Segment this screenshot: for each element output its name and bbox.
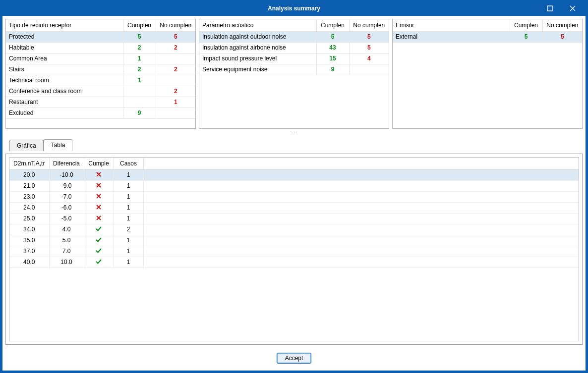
table-row[interactable]: Technical room1 xyxy=(6,75,195,86)
check-icon xyxy=(96,248,102,254)
detail-table[interactable]: D2m,nT,A,trDiferenciaCumpleCasos20.0-10.… xyxy=(9,158,579,268)
column-header[interactable]: No cumplen xyxy=(349,19,389,31)
table-row[interactable]: 37.07.01 xyxy=(9,246,579,257)
column-header[interactable]: D2m,nT,A,tr xyxy=(9,158,49,169)
column-header[interactable]: Cumplen xyxy=(510,19,542,31)
table-row[interactable]: Habitable22 xyxy=(6,42,195,53)
pass-count: 5 xyxy=(316,31,349,42)
window-controls xyxy=(541,1,585,16)
column-header[interactable]: No cumplen xyxy=(542,19,582,31)
column-header[interactable]: Diferencia xyxy=(49,158,84,169)
pass-count: 9 xyxy=(123,107,156,118)
row-name: Protected xyxy=(6,31,123,42)
table-row[interactable]: Protected55 xyxy=(6,31,195,42)
fail-count: 2 xyxy=(156,42,195,53)
table-row[interactable]: Common Area1 xyxy=(6,53,195,64)
param-table[interactable]: Parámetro acústicoCumplenNo cumplenInsul… xyxy=(199,19,389,75)
pass-count xyxy=(123,86,156,97)
table-row[interactable]: Insulation against outdoor noise55 xyxy=(199,31,389,42)
titlebar[interactable]: Analysis summary xyxy=(1,1,587,16)
table-row[interactable]: Restaurant1 xyxy=(6,97,195,107)
table-row[interactable]: Impact sound pressure level154 xyxy=(199,53,389,64)
tabs-row: Gráfica Tabla xyxy=(5,139,583,151)
cases-cell: 1 xyxy=(114,169,143,180)
param-panel: Parámetro acústicoCumplenNo cumplenInsul… xyxy=(199,19,389,129)
pass-count: 2 xyxy=(123,64,156,75)
cases-cell: 2 xyxy=(114,224,143,235)
window: Analysis summary Tipo de recinto recepto… xyxy=(1,1,587,372)
table-row[interactable]: External55 xyxy=(393,31,582,42)
comply-cell xyxy=(84,202,114,213)
table-row[interactable]: Insulation against airbone noise435 xyxy=(199,42,389,53)
cases-cell: 1 xyxy=(114,257,143,267)
diff-cell: 7.0 xyxy=(49,246,84,257)
receptor-table[interactable]: Tipo de recinto receptorCumplenNo cumple… xyxy=(6,19,195,119)
diff-cell: -5.0 xyxy=(49,213,84,224)
check-icon xyxy=(96,259,102,265)
filler-cell xyxy=(143,257,579,267)
column-header[interactable]: Emisor xyxy=(393,19,510,31)
filler-cell xyxy=(143,191,579,202)
pass-count: 1 xyxy=(123,75,156,86)
column-header-filler xyxy=(143,158,579,169)
close-button[interactable] xyxy=(564,2,581,15)
cross-icon xyxy=(96,182,102,188)
column-header[interactable]: Cumple xyxy=(84,158,114,169)
table-row[interactable]: Service equipment noise9 xyxy=(199,64,389,75)
splitter-handle[interactable]: ···· xyxy=(5,132,583,136)
table-row[interactable]: 34.04.02 xyxy=(9,224,579,235)
table-row[interactable]: 21.0-9.01 xyxy=(9,180,579,191)
comply-cell xyxy=(84,191,114,202)
tab-tabla[interactable]: Tabla xyxy=(44,139,73,151)
value-cell: 25.0 xyxy=(9,213,49,224)
table-row[interactable]: 35.05.01 xyxy=(9,235,579,246)
filler-cell xyxy=(143,246,579,257)
emisor-table[interactable]: EmisorCumplenNo cumplenExternal55 xyxy=(393,19,582,43)
table-row[interactable]: 20.0-10.01 xyxy=(9,169,579,180)
table-row[interactable]: 25.0-5.01 xyxy=(9,213,579,224)
pass-count: 5 xyxy=(510,31,542,42)
filler-cell xyxy=(143,202,579,213)
table-row[interactable]: 40.010.01 xyxy=(9,257,579,267)
comply-cell xyxy=(84,246,114,257)
fail-count xyxy=(349,64,389,75)
cases-cell: 1 xyxy=(114,213,143,224)
value-cell: 24.0 xyxy=(9,202,49,213)
pass-count: 2 xyxy=(123,42,156,53)
table-row[interactable]: 24.0-6.01 xyxy=(9,202,579,213)
comply-cell xyxy=(84,235,114,246)
row-name: Conference and class room xyxy=(6,86,123,97)
fail-count: 2 xyxy=(156,86,195,97)
comply-cell xyxy=(84,213,114,224)
value-cell: 40.0 xyxy=(9,257,49,267)
tab-grafica[interactable]: Gráfica xyxy=(9,140,44,151)
row-name: Excluded xyxy=(6,107,123,118)
column-header[interactable]: Cumplen xyxy=(316,19,349,31)
value-cell: 20.0 xyxy=(9,169,49,180)
diff-cell: 5.0 xyxy=(49,235,84,246)
value-cell: 37.0 xyxy=(9,246,49,257)
column-header[interactable]: Cumplen xyxy=(123,19,156,31)
emisor-panel: EmisorCumplenNo cumplenExternal55 xyxy=(392,19,583,129)
pass-count: 15 xyxy=(316,53,349,64)
column-header[interactable]: Parámetro acústico xyxy=(199,19,316,31)
table-row[interactable]: 23.0-7.01 xyxy=(9,191,579,202)
detail-table-container: D2m,nT,A,trDiferenciaCumpleCasos20.0-10.… xyxy=(9,157,579,341)
cross-icon xyxy=(96,215,102,221)
maximize-button[interactable] xyxy=(541,2,558,15)
pass-count: 43 xyxy=(316,42,349,53)
table-row[interactable]: Conference and class room2 xyxy=(6,86,195,97)
column-header[interactable]: Tipo de recinto receptor xyxy=(6,19,123,31)
fail-count xyxy=(156,107,195,118)
column-header[interactable]: No cumplen xyxy=(156,19,195,31)
tab-content: D2m,nT,A,trDiferenciaCumpleCasos20.0-10.… xyxy=(5,154,583,345)
column-header[interactable]: Casos xyxy=(114,158,143,169)
pass-count xyxy=(123,97,156,107)
table-row[interactable]: Stairs22 xyxy=(6,64,195,75)
pass-count: 5 xyxy=(123,31,156,42)
row-name: Common Area xyxy=(6,53,123,64)
table-row[interactable]: Excluded9 xyxy=(6,107,195,118)
footer: Accept xyxy=(5,348,583,368)
fail-count: 2 xyxy=(156,64,195,75)
accept-button[interactable]: Accept xyxy=(277,353,312,364)
